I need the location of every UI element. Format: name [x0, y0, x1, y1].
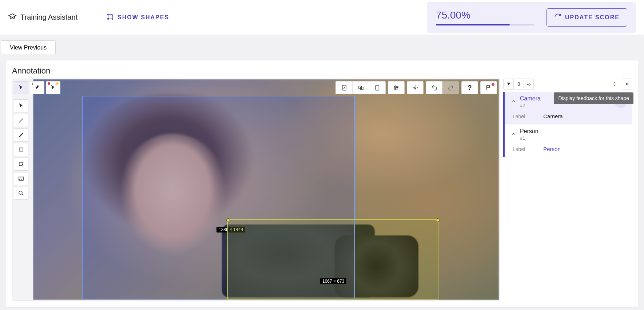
help-button[interactable]: ? — [461, 81, 478, 94]
collapse-panel-button[interactable] — [622, 79, 632, 90]
zoom-tool[interactable] — [14, 187, 28, 200]
feedback-tooltip: Display feedback for this shape — [554, 92, 633, 104]
svg-point-19 — [414, 87, 416, 89]
delete-button[interactable] — [513, 79, 524, 90]
show-shapes-label: SHOW SHAPES — [118, 14, 169, 21]
svg-point-2 — [112, 14, 113, 15]
notification-dot-icon — [492, 83, 494, 86]
view-previous-button[interactable]: View Previous — [1, 40, 56, 55]
image-viewport[interactable]: 1386 × 1444 1067 × 673 — [33, 79, 499, 300]
annotation-box-camera[interactable] — [227, 219, 438, 299]
shape-index: #2 — [520, 103, 541, 108]
svg-point-16 — [395, 86, 396, 87]
score-progress — [436, 24, 534, 25]
shape-card-person[interactable]: Person #1 Label Person — [503, 124, 632, 157]
camera-dimensions-label: 1067 × 673 — [320, 278, 346, 284]
graduation-cap-icon — [8, 12, 17, 23]
svg-rect-10 — [359, 86, 362, 89]
svg-point-17 — [397, 87, 398, 88]
center-view-button[interactable] — [407, 81, 424, 94]
chevron-up-icon[interactable] — [511, 131, 516, 138]
svg-rect-12 — [376, 85, 379, 90]
red-dot-icon — [48, 82, 50, 85]
shape-name: Camera — [520, 95, 541, 102]
shape-name: Person — [520, 128, 538, 135]
svg-rect-11 — [360, 87, 363, 90]
check-all-button[interactable] — [524, 79, 534, 90]
brush-tool[interactable]: + — [30, 81, 44, 94]
shape-label-value: Person — [543, 146, 561, 152]
shape-list-toolbar: Display feedback for this shape — [503, 79, 632, 92]
panel-title: Annotation — [12, 66, 632, 76]
brand: Training Assistant — [8, 12, 77, 23]
svg-rect-9 — [342, 85, 346, 90]
cursor-mode-group: + ⚡ — [14, 81, 60, 94]
svg-point-18 — [395, 88, 396, 90]
smart-cursor-tool[interactable]: ⚡ — [46, 81, 60, 94]
brand-title: Training Assistant — [20, 13, 77, 21]
editor-row: + ⚡ — [12, 79, 632, 301]
settings-sliders-button[interactable] — [388, 81, 405, 94]
polygon-tool[interactable] — [14, 158, 28, 171]
shape-list-panel: Display feedback for this shape Camera #… — [503, 79, 632, 301]
canvas-top-right-toolbar: ? — [335, 81, 497, 94]
score-progress-fill — [436, 24, 510, 25]
svg-point-3 — [108, 18, 109, 19]
svg-point-7 — [19, 191, 22, 194]
svg-line-8 — [22, 194, 23, 195]
score-block: 75.00% — [436, 9, 534, 25]
canvas-area[interactable]: + ⚡ — [12, 79, 500, 301]
svg-point-1 — [108, 14, 109, 15]
svg-point-4 — [112, 18, 113, 19]
svg-line-5 — [19, 119, 23, 123]
copy-button[interactable] — [369, 81, 386, 94]
update-score-label: UPDATE SCORE — [565, 14, 620, 21]
shape-label-key: Label — [513, 114, 525, 119]
plus-icon: + — [31, 82, 33, 86]
svg-rect-6 — [19, 148, 23, 151]
svg-rect-0 — [108, 15, 112, 19]
sort-button[interactable] — [609, 79, 620, 90]
shape-index: #1 — [520, 135, 538, 141]
refresh-icon — [554, 13, 561, 22]
rectangle-tool[interactable] — [14, 143, 28, 156]
line-tool[interactable] — [14, 114, 28, 127]
score-panel: 75.00% UPDATE SCORE — [427, 2, 636, 33]
score-value: 75.00% — [436, 9, 534, 21]
redo-button[interactable] — [442, 81, 459, 94]
undo-button[interactable] — [426, 81, 442, 94]
arrow-tool[interactable] — [14, 128, 28, 142]
ruler-tool[interactable] — [14, 172, 28, 185]
annotation-panel: Annotation + ⚡ — [6, 60, 638, 307]
bolt-icon: ⚡ — [54, 81, 60, 86]
resize-handle-tr[interactable] — [436, 218, 440, 222]
shape-label-key: Label — [513, 146, 525, 152]
select-tool[interactable] — [14, 99, 28, 112]
top-bar: Training Assistant SHOW SHAPES 75.00% UP… — [0, 0, 644, 35]
flag-button[interactable] — [480, 81, 497, 94]
show-shapes-button[interactable]: SHOW SHAPES — [107, 13, 169, 22]
cursor-tool[interactable] — [14, 81, 28, 94]
export-image-button[interactable] — [335, 81, 352, 94]
shape-tool-column — [14, 99, 28, 200]
update-score-button[interactable]: UPDATE SCORE — [546, 8, 627, 27]
select-all-shapes-button[interactable] — [352, 81, 369, 94]
shape-label-value: Camera — [543, 113, 562, 119]
bounding-box-icon — [107, 13, 114, 22]
resize-handle-tl[interactable] — [226, 218, 230, 222]
chevron-up-icon[interactable] — [511, 99, 516, 105]
filter-button[interactable] — [503, 79, 513, 90]
viewprev-row: View Previous — [0, 35, 644, 55]
